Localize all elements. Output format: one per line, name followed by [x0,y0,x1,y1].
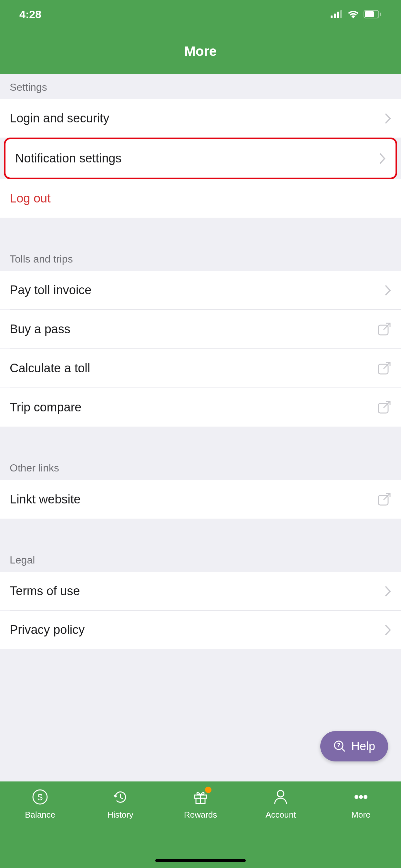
list-item-log-out[interactable]: Log out [0,179,401,218]
svg-point-28 [364,795,367,799]
tab-label: Rewards [184,810,217,820]
external-link-icon [377,322,391,336]
list-item-privacy-policy[interactable]: Privacy policy [0,611,401,649]
tab-label: More [351,810,370,820]
svg-line-12 [383,401,390,408]
svg-point-26 [354,795,359,799]
svg-text:?: ? [337,742,340,748]
help-icon: ? [333,740,346,753]
tab-more[interactable]: More [321,788,401,868]
svg-point-27 [359,795,363,799]
tab-label: History [107,810,133,820]
tab-balance[interactable]: $ Balance [0,788,80,868]
tab-bar: $ Balance History Rewa [0,781,401,868]
nav-bar: More [0,28,401,74]
home-indicator[interactable] [155,859,246,862]
section-header-settings: Settings [0,74,401,99]
external-link-icon [377,361,391,375]
rewards-icon [192,788,209,806]
svg-rect-1 [334,13,336,18]
tab-label: Balance [25,810,55,820]
more-icon [352,788,369,806]
chevron-right-icon [379,153,386,164]
list-item-label: Notification settings [15,151,122,165]
list-item-label: Log out [10,191,51,206]
list-item-label: Terms of use [10,584,80,598]
history-icon [112,788,129,806]
list-item-label: Pay toll invoice [10,283,91,297]
list-item-buy-pass[interactable]: Buy a pass [0,310,401,348]
battery-icon [364,10,382,19]
tab-label: Account [266,810,296,820]
tab-rewards[interactable]: Rewards [160,788,241,868]
cellular-signal-icon [331,10,343,18]
wifi-icon [347,10,359,19]
svg-line-10 [383,362,390,369]
list-item-terms-of-use[interactable]: Terms of use [0,572,401,610]
section-header-tolls-trips: Tolls and trips [0,244,401,271]
list-item-label: Linkt website [10,492,81,506]
balance-icon: $ [32,788,49,806]
svg-point-25 [277,790,284,797]
notification-badge [205,786,212,793]
svg-rect-5 [365,11,374,17]
svg-rect-0 [331,16,333,18]
status-time: 4:28 [19,8,41,21]
list-item-pay-toll-invoice[interactable]: Pay toll invoice [0,271,401,309]
chevron-right-icon [385,624,391,636]
list-item-label: Login and security [10,112,109,125]
help-button[interactable]: ? Help [320,731,388,762]
status-bar: 4:28 [0,0,401,28]
page-title: More [184,43,217,59]
tab-account[interactable]: Account [241,788,320,868]
svg-line-14 [383,493,390,500]
tab-history[interactable]: History [80,788,160,868]
list-item-label: Buy a pass [10,322,70,336]
list-item-notification-settings[interactable]: Notification settings [4,137,397,179]
svg-rect-6 [380,12,381,16]
svg-line-8 [383,323,390,330]
external-link-icon [377,400,391,414]
list-item-login-security[interactable]: Login and security [0,99,401,137]
chevron-right-icon [385,586,391,597]
list-item-label: Trip compare [10,400,81,414]
chevron-right-icon [385,285,391,296]
account-icon [272,788,289,806]
external-link-icon [377,492,391,506]
help-button-label: Help [351,740,375,753]
list-item-linkt-website[interactable]: Linkt website [0,480,401,519]
status-icons [331,10,382,19]
svg-rect-2 [337,11,339,18]
list-item-trip-compare[interactable]: Trip compare [0,388,401,427]
chevron-right-icon [385,113,391,124]
list-item-label: Privacy policy [10,623,85,637]
list-item-label: Calculate a toll [10,361,90,375]
svg-line-21 [120,798,123,799]
list-item-calculate-toll[interactable]: Calculate a toll [0,349,401,388]
section-header-legal: Legal [0,545,401,572]
svg-rect-3 [340,10,342,18]
svg-line-16 [342,748,345,751]
svg-text:$: $ [37,792,42,802]
section-header-other-links: Other links [0,453,401,480]
